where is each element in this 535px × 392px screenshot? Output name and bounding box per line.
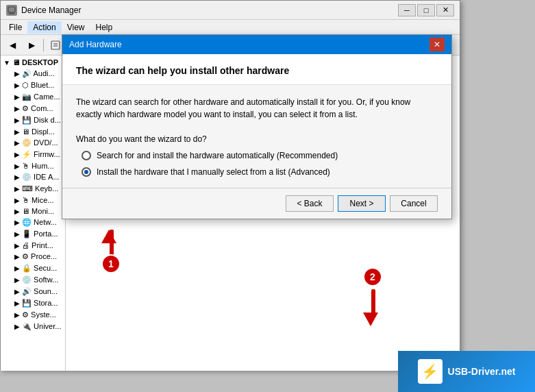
tree-item[interactable]: ▶ ⚙ Syste...: [1, 309, 65, 321]
dialog-header: The wizard can help you install other ha…: [62, 54, 451, 85]
tree-root[interactable]: ▼ 🖥 DESKTOP: [1, 57, 65, 68]
add-hardware-dialog: Add Hardware ✕ The wizard can help you i…: [62, 34, 452, 219]
device-tree: ▼ 🖥 DESKTOP ▶ 🔊 Audi... ▶ ⬡ Bluet... ▶ 📷…: [1, 56, 66, 371]
tree-item[interactable]: ▶ 📱 Porta...: [1, 228, 65, 240]
dialog-footer: < Back Next > Cancel: [62, 188, 451, 219]
tree-item[interactable]: ▶ 🖥 Displ...: [1, 126, 65, 137]
tree-item[interactable]: ▶ 🔊 Soun...: [1, 286, 65, 297]
radio-group: Search for and install the hardware auto…: [82, 151, 438, 177]
tree-item[interactable]: ▶ ⚡ Firmw...: [1, 149, 65, 160]
dialog-title: Add Hardware: [69, 40, 430, 49]
tree-item[interactable]: ▶ 🖥 Moni...: [1, 206, 65, 217]
radio-auto-circle: [82, 151, 91, 160]
watermark-icon: ⚡: [418, 359, 443, 384]
toolbar-separator: [43, 39, 44, 51]
watermark-title: USB-Driver.net: [448, 365, 516, 378]
minimize-button[interactable]: ─: [398, 4, 416, 16]
titlebar: Device Manager ─ □ ✕: [1, 1, 460, 20]
tree-item[interactable]: ▶ 🌐 Netw...: [1, 217, 65, 228]
app-icon: [6, 5, 17, 16]
tree-item[interactable]: ▶ ⌨ Keyb...: [1, 183, 65, 195]
tree-item[interactable]: ▶ 🔌 Univer...: [1, 321, 65, 332]
dialog-titlebar: Add Hardware ✕: [62, 35, 451, 54]
tree-item[interactable]: ▶ 🖱 Mice...: [1, 195, 65, 206]
radio-manual-circle: [82, 167, 91, 177]
tree-item[interactable]: ▶ 🖱 Hum...: [1, 160, 65, 171]
tree-item[interactable]: ▶ 💿 Softw...: [1, 274, 65, 286]
radio-auto-label: Search for and install the hardware auto…: [97, 151, 338, 160]
radio-manual-label: Install the hardware that I manually sel…: [97, 167, 330, 177]
toolbar-forward[interactable]: ▶: [23, 38, 40, 53]
tree-item[interactable]: ▶ 💾 Disk d...: [1, 114, 65, 126]
next-button[interactable]: Next >: [338, 195, 386, 212]
maximize-button[interactable]: □: [417, 4, 435, 16]
tree-item[interactable]: ▶ 💿 IDE A...: [1, 171, 65, 183]
menu-file[interactable]: File: [3, 21, 27, 34]
tree-item[interactable]: ▶ 📷 Came...: [1, 91, 65, 103]
tree-item[interactable]: ▶ 🔒 Secu...: [1, 262, 65, 274]
watermark-text-block: USB-Driver.net: [448, 365, 516, 378]
tree-item[interactable]: ▶ 🔊 Audi...: [1, 68, 65, 79]
tree-item[interactable]: ▶ 📀 DVD/...: [1, 137, 65, 149]
toolbar-back[interactable]: ◀: [3, 38, 21, 53]
back-button[interactable]: < Back: [286, 195, 334, 212]
dialog-close-button[interactable]: ✕: [430, 38, 445, 51]
menu-action[interactable]: Action: [27, 21, 61, 34]
tree-item[interactable]: ▶ ⬡ Bluet...: [1, 79, 65, 91]
dialog-body: The wizard can help you install other ha…: [62, 54, 451, 219]
window-title: Device Manager: [21, 5, 398, 15]
dialog-description: The wizard can search for other hardware…: [76, 96, 438, 121]
menu-view[interactable]: View: [62, 21, 90, 34]
svg-rect-4: [51, 41, 60, 49]
menu-help[interactable]: Help: [90, 21, 119, 34]
watermark: ⚡ USB-Driver.net: [398, 351, 535, 392]
tree-item[interactable]: ▶ ⚙ Com...: [1, 103, 65, 114]
close-button[interactable]: ✕: [436, 4, 454, 16]
dialog-question: What do you want the wizard to do?: [76, 134, 438, 144]
menubar: File Action View Help: [1, 20, 460, 35]
dialog-content: The wizard can search for other hardware…: [62, 85, 451, 188]
cancel-button[interactable]: Cancel: [390, 195, 438, 212]
tree-item[interactable]: ▶ ⚙ Proce...: [1, 251, 65, 262]
radio-auto[interactable]: Search for and install the hardware auto…: [82, 151, 438, 160]
window-controls: ─ □ ✕: [398, 4, 454, 16]
tree-item[interactable]: ▶ 💾 Stora...: [1, 297, 65, 309]
dialog-header-title: The wizard can help you install other ha…: [76, 65, 438, 76]
svg-rect-0: [8, 7, 15, 12]
radio-manual[interactable]: Install the hardware that I manually sel…: [82, 167, 438, 177]
tree-item[interactable]: ▶ 🖨 Print...: [1, 240, 65, 251]
